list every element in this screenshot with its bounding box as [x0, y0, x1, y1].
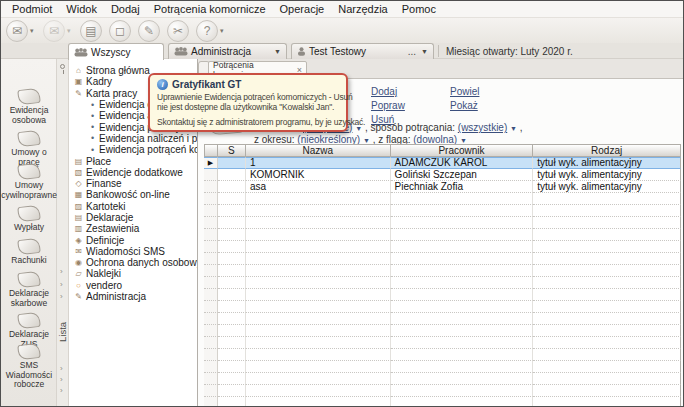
- table-empty-row[interactable]: [204, 241, 681, 253]
- tooltip-text: Skontaktuj się z administratorem program…: [157, 118, 339, 128]
- module-deklaracje-skarbowe[interactable]: Deklaracje skarbowe: [1, 272, 57, 308]
- group-icon: [74, 48, 88, 57]
- tree-item[interactable]: ▤Płace: [69, 155, 197, 166]
- dodaj-link[interactable]: Dodaj: [371, 86, 405, 97]
- cell-s: [218, 181, 246, 193]
- cell-s: [218, 157, 246, 169]
- table-empty-row[interactable]: [204, 349, 681, 361]
- tab-label: Wszyscy: [91, 47, 130, 58]
- tab-administracja[interactable]: Administracja ▼: [168, 43, 287, 59]
- module-label: Ewidencja osobowa: [1, 106, 57, 125]
- tab-more[interactable]: ...: [408, 46, 416, 57]
- menu-narzedzia[interactable]: Narzędzia: [331, 2, 395, 16]
- toolbar-button-2[interactable]: ✉ ▾: [43, 20, 73, 42]
- module-sms-wiadomosci-robocze[interactable]: SMS Wiadomości robocze: [1, 344, 57, 390]
- tree-item[interactable]: ✉Wiadomości SMS: [69, 246, 197, 257]
- chevron-down-icon[interactable]: ▼: [274, 48, 281, 55]
- tree-item[interactable]: ▤Deklaracje: [69, 212, 197, 223]
- menu-operacje[interactable]: Operacje: [273, 2, 332, 16]
- menu-widok[interactable]: Widok: [59, 2, 104, 16]
- pokaz-link[interactable]: Pokaż: [450, 100, 479, 111]
- table-empty-row[interactable]: [204, 313, 681, 325]
- chevron-down-icon[interactable]: ▾: [220, 27, 226, 35]
- powiel-link[interactable]: Powiel: [450, 86, 479, 97]
- group-icon: [174, 47, 188, 56]
- tree-item[interactable]: ◉Ochrona danych osobowych: [69, 257, 197, 268]
- tab-test-testowy[interactable]: Test Testowy ... ▼: [291, 43, 434, 59]
- tree-item-label: Administracja: [86, 291, 146, 302]
- column-header-rodzaj[interactable]: Rodzaj: [533, 144, 681, 157]
- table-empty-row[interactable]: [204, 217, 681, 229]
- chevron-down-icon[interactable]: ▾: [67, 27, 73, 35]
- tree-item[interactable]: ▧Ewidencje dodatkowe: [69, 167, 197, 178]
- tree-item-label: Definicje: [86, 235, 124, 246]
- tree-item[interactable]: ◇Finanse: [69, 178, 197, 189]
- table-empty-row[interactable]: [204, 337, 681, 349]
- filter-sposob-potracania-dropdown[interactable]: (wszystkie): [458, 122, 507, 133]
- module-ewidencja-osobowa[interactable]: Ewidencja osobowa: [1, 89, 57, 125]
- table-empty-row[interactable]: [204, 193, 681, 205]
- column-header-nazwa[interactable]: Nazwa: [246, 144, 391, 157]
- table-empty-row[interactable]: [204, 253, 681, 265]
- table-empty-row[interactable]: [204, 325, 681, 337]
- tooltip-title: Gratyfikant GT: [172, 79, 241, 90]
- chevron-down-icon[interactable]: ▼: [421, 48, 428, 55]
- table-empty-row[interactable]: [204, 397, 681, 406]
- table-empty-row[interactable]: [204, 301, 681, 313]
- chevron-right-icon: ›: [60, 376, 63, 384]
- module-umowy-o-prace[interactable]: Umowy o pracę: [1, 131, 57, 167]
- tree-item[interactable]: ▦Bankowość on-line: [69, 189, 197, 200]
- receipt-icon: [17, 238, 40, 255]
- table-empty-row[interactable]: [204, 229, 681, 241]
- menu-dodaj[interactable]: Dodaj: [104, 2, 147, 16]
- menu-pomoc[interactable]: Pomoc: [395, 2, 443, 16]
- tree-item[interactable]: ◈Definicje: [69, 234, 197, 245]
- toolbar-button-3[interactable]: ▤: [80, 20, 102, 42]
- table-empty-row[interactable]: [204, 373, 681, 385]
- tree-item[interactable]: •Ewidencja potrąceń komorniczy: [69, 144, 197, 155]
- table-empty-row[interactable]: [204, 361, 681, 373]
- table-empty-row[interactable]: [204, 385, 681, 397]
- open-month-label: Miesiąc otwarty: Luty 2020 r.: [446, 46, 573, 57]
- chevron-down-icon[interactable]: ▾: [30, 27, 36, 35]
- menu-podmiot[interactable]: Podmiot: [5, 2, 59, 16]
- module-umowy-cywilnoprawne[interactable]: Umowy cywilnoprawne: [1, 164, 57, 200]
- tree-item[interactable]: ○vendero: [69, 280, 197, 291]
- toolbar-button-4[interactable]: ◻: [109, 20, 131, 42]
- chevron-right-icon: ›: [60, 281, 63, 289]
- tree-item[interactable]: ✎Administracja: [69, 291, 197, 302]
- chevron-down-icon[interactable]: ▼: [363, 137, 370, 144]
- tab-wszyscy[interactable]: Wszyscy: [68, 43, 164, 60]
- table-row[interactable]: KOMORNIK Goliński Szczepan tytuł wyk. al…: [204, 169, 681, 181]
- modules-list-strip[interactable]: › › › Lista modułów › › ›: [57, 59, 69, 406]
- column-header-pracownik[interactable]: Pracownik: [391, 144, 534, 157]
- module-label: SMS Wiadomości robocze: [1, 361, 57, 390]
- popraw-link[interactable]: Popraw: [371, 100, 405, 111]
- toolbar-button-1[interactable]: ✉ ▾: [6, 20, 36, 42]
- pin-icon[interactable]: [60, 64, 65, 69]
- toolbar-button-5[interactable]: ✎: [138, 20, 160, 42]
- table-row[interactable]: ▶ 1 ADAMCZUK KAROL tytuł wyk. alimentacy…: [204, 157, 681, 169]
- tab-label: Administracja: [191, 46, 251, 57]
- table-empty-row[interactable]: [204, 277, 681, 289]
- module-wyplaty[interactable]: Wypłaty: [1, 206, 57, 233]
- zus-document-icon: [17, 312, 40, 329]
- column-header-s[interactable]: S: [218, 144, 246, 157]
- chevron-down-icon[interactable]: ▼: [460, 137, 467, 144]
- module-rachunki[interactable]: Rachunki: [1, 239, 57, 266]
- table-row[interactable]: asa Piechniak Zofia tytuł wyk. alimentac…: [204, 181, 681, 193]
- toolbar-button-6[interactable]: ✂: [167, 20, 189, 42]
- chevron-down-icon[interactable]: ▼: [510, 125, 517, 132]
- application-window: Podmiot Widok Dodaj Potrącenia komornicz…: [0, 0, 684, 407]
- tree-item[interactable]: •Ewidencja naliczeń i potrąceń: [69, 133, 197, 144]
- table-empty-row[interactable]: [204, 289, 681, 301]
- tree-item[interactable]: ▨Kartoteki: [69, 201, 197, 212]
- tree-item-label: Ochrona danych osobowych: [86, 257, 198, 268]
- table-empty-row[interactable]: [204, 265, 681, 277]
- tree-item-label: Kartoteki: [86, 201, 125, 212]
- tree-item[interactable]: ▱Naklejki: [69, 268, 197, 279]
- tree-item[interactable]: ▥Zestawienia: [69, 223, 197, 234]
- table-empty-row[interactable]: [204, 205, 681, 217]
- menu-potracenia-komornicze[interactable]: Potrącenia komornicze: [147, 2, 273, 16]
- toolbar-button-help[interactable]: ? ▾: [196, 20, 226, 42]
